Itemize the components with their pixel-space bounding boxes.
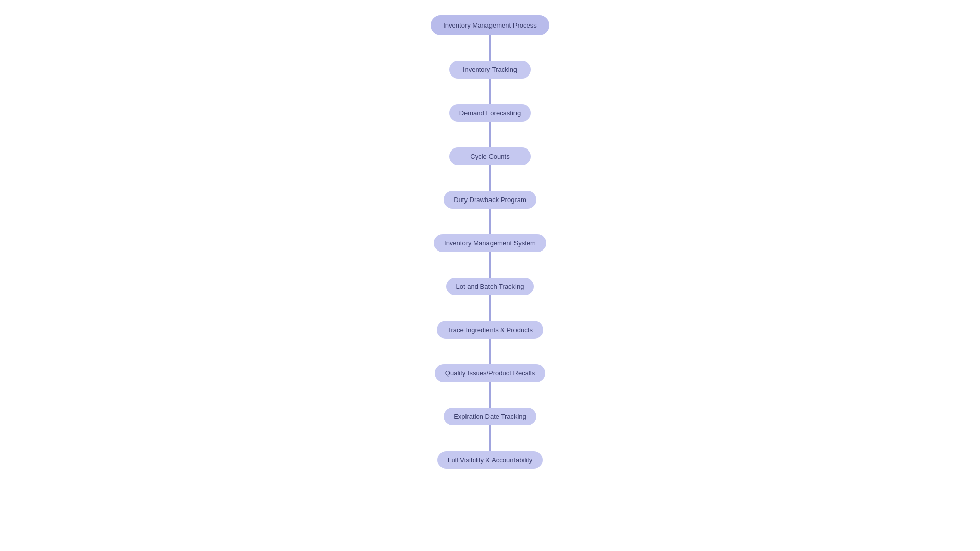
flow-connector-8 (489, 339, 491, 364)
node-4[interactable]: Cycle Counts (449, 147, 531, 165)
flow-connector-4 (489, 165, 491, 191)
flow-connector-3 (489, 122, 491, 147)
flow-connector-9 (489, 382, 491, 408)
node-2[interactable]: Inventory Tracking (449, 61, 531, 79)
flow-connector-6 (489, 252, 491, 278)
node-10[interactable]: Expiration Date Tracking (444, 408, 536, 425)
flowchart: Inventory Management ProcessInventory Tr… (413, 5, 567, 479)
flow-connector-7 (489, 295, 491, 321)
flow-connector-2 (489, 79, 491, 104)
node-8[interactable]: Trace Ingredients & Products (437, 321, 543, 339)
flow-connector-1 (489, 35, 491, 61)
node-7[interactable]: Lot and Batch Tracking (446, 278, 534, 295)
flow-connector-10 (489, 425, 491, 451)
node-11[interactable]: Full Visibility & Accountability (437, 451, 543, 469)
flow-connector-5 (489, 209, 491, 234)
node-1[interactable]: Inventory Management Process (431, 15, 549, 35)
node-3[interactable]: Demand Forecasting (449, 104, 531, 122)
node-9[interactable]: Quality Issues/Product Recalls (435, 364, 545, 382)
node-5[interactable]: Duty Drawback Program (444, 191, 536, 209)
node-6[interactable]: Inventory Management System (434, 234, 546, 252)
